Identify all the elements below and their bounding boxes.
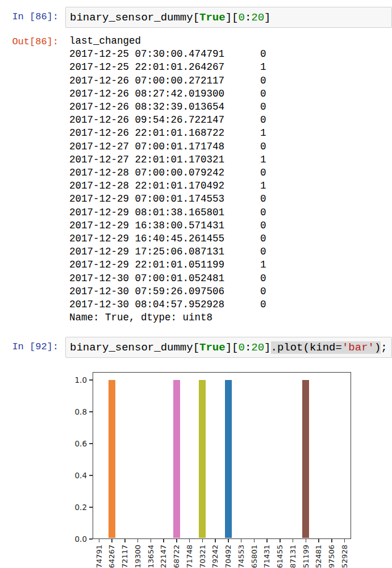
x-tick (344, 539, 345, 542)
x-tick-label-text: 2017-12-30 07:59:26.097506 (328, 545, 336, 568)
plot-area (93, 372, 351, 539)
y-tick (89, 475, 93, 476)
x-tick (99, 539, 100, 542)
code-token: ][ (226, 11, 239, 24)
x-tick-label-text: 2017-12-25 22:01:01.264267 (108, 545, 116, 568)
x-tick-label-text: 2017-12-29 16:38:00.571431 (263, 545, 271, 568)
y-tick-label: 0.6 (68, 438, 87, 449)
code-token: ] (264, 11, 270, 24)
x-tick (137, 539, 139, 542)
code-token: binary_sensor_dummy[ (70, 11, 199, 24)
code-token: .plot(kind= (271, 341, 342, 354)
x-tick-label-text: 2017-12-27 22:01:01.170321 (198, 545, 206, 568)
code-token: 20 (251, 341, 264, 354)
x-tick-label-text: 2017-12-26 22:01:01.168722 (173, 545, 181, 568)
input-prompt-86: In [86]: (5, 11, 59, 23)
code-token: True (199, 11, 226, 24)
x-tick (111, 539, 112, 542)
series-output-text: last_changed 2017-12-25 07:30:00.474791 … (69, 35, 266, 324)
code-token: : (245, 341, 251, 354)
y-tick (89, 538, 93, 540)
x-tick-label-text: 2017-12-30 07:00:01.052481 (315, 545, 323, 568)
x-tick (266, 539, 268, 542)
x-tick-label-text: 2017-12-29 17:25:06.087131 (289, 545, 297, 568)
y-tick (89, 443, 93, 444)
x-tick-label-text: 2017-12-30 08:04:57.952928 (341, 545, 349, 568)
y-tick-label: 0.0 (68, 534, 87, 544)
x-tick (215, 539, 216, 542)
code-token: 'bar' (342, 341, 374, 354)
bar (199, 380, 206, 538)
x-tick (306, 539, 307, 542)
y-tick (89, 411, 93, 412)
x-tick-label-text: 2017-12-28 07:00:00.079242 (211, 545, 219, 568)
bar (225, 380, 232, 538)
bar-chart-figure: 0.00.20.40.60.81.02017-12-25 07:30:00.47… (68, 368, 386, 568)
x-tick (163, 539, 164, 542)
x-tick (331, 539, 332, 542)
code-token: ; (381, 341, 387, 354)
x-tick-label-text: 2017-12-26 08:32:39.013654 (147, 545, 155, 568)
x-tick (151, 539, 152, 542)
x-tick-label-text: 2017-12-26 09:54:26.722147 (160, 545, 168, 568)
y-tick (89, 507, 93, 508)
x-tick-label-text: 2017-12-27 07:00:01.171748 (186, 545, 194, 568)
x-tick (241, 539, 242, 542)
y-tick-label: 0.2 (68, 502, 87, 512)
x-tick-label-text: 2017-12-29 08:01:38.165801 (250, 545, 258, 568)
x-tick-label-text: 2017-12-29 22:01:01.051199 (302, 545, 310, 568)
x-tick-label-text: 2017-12-26 08:27:42.019300 (134, 545, 142, 568)
output-prompt-86: Out[86]: (5, 36, 59, 48)
x-tick (318, 539, 319, 542)
code-token: 0 (238, 341, 244, 354)
code-token: 0 (238, 11, 244, 24)
x-tick-label-text: 2017-12-26 07:00:00.272117 (121, 545, 129, 568)
code-token: : (245, 11, 251, 24)
y-tick-label: 0.8 (68, 407, 87, 417)
y-tick-label: 1.0 (68, 375, 87, 385)
code-token: ) (374, 341, 381, 354)
x-tick-label-text: 2017-12-29 07:00:01.174553 (237, 545, 245, 568)
x-tick (176, 539, 177, 542)
code-token: ] (264, 341, 270, 354)
code-token: True (199, 341, 226, 354)
code-line-92: binary_sensor_dummy[True][0:20].plot(kin… (70, 341, 391, 354)
x-tick (124, 539, 126, 542)
y-tick-label: 0.4 (68, 470, 87, 481)
notebook-page: In [86]: binary_sensor_dummy[True][0:20]… (0, 0, 392, 568)
code-line-86: binary_sensor_dummy[True][0:20] (70, 11, 391, 24)
x-tick (202, 539, 203, 542)
x-tick-label-text: 2017-12-29 16:40:45.261455 (276, 545, 284, 568)
code-token: binary_sensor_dummy[ (70, 341, 199, 354)
x-tick (189, 539, 190, 542)
x-tick (254, 539, 255, 542)
y-tick (89, 379, 93, 381)
code-cell-86[interactable]: binary_sensor_dummy[True][0:20] (65, 7, 392, 28)
x-tick (228, 539, 229, 542)
x-tick-label-text: 2017-12-28 22:01:01.170492 (224, 545, 232, 568)
bar (109, 380, 115, 538)
input-prompt-92: In [92]: (5, 341, 59, 353)
x-tick (293, 539, 294, 542)
x-tick-label-text: 2017-12-25 07:30:00.474791 (95, 545, 103, 568)
code-token: ][ (226, 341, 239, 354)
bar (302, 380, 309, 538)
x-tick (280, 539, 281, 542)
code-cell-92[interactable]: binary_sensor_dummy[True][0:20].plot(kin… (65, 337, 392, 358)
code-token: 20 (251, 11, 264, 24)
bar (173, 380, 180, 538)
